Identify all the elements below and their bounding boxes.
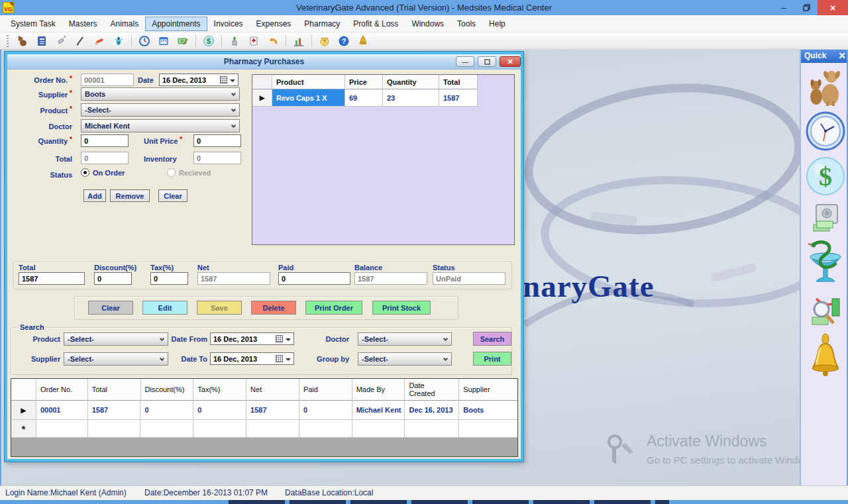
menu-appointments[interactable]: Appointments bbox=[145, 17, 207, 31]
remove-button[interactable]: Remove bbox=[110, 189, 150, 202]
order-no-field[interactable] bbox=[81, 74, 134, 86]
discount-field[interactable] bbox=[94, 272, 132, 285]
empty-cell[interactable] bbox=[246, 420, 299, 438]
supplier-dropdown[interactable]: Boots bbox=[81, 87, 240, 101]
unit-price-field[interactable] bbox=[193, 134, 241, 147]
menu-expenses[interactable]: Expenses bbox=[250, 17, 298, 31]
money-check-icon[interactable] bbox=[176, 34, 189, 48]
empty-cell[interactable] bbox=[36, 420, 88, 438]
column-header-total[interactable]: Total bbox=[88, 379, 141, 401]
paid-field[interactable] bbox=[278, 272, 350, 285]
empty-cell[interactable] bbox=[140, 420, 193, 438]
empty-cell[interactable] bbox=[352, 420, 405, 438]
menu-windows[interactable]: Windows bbox=[405, 17, 450, 31]
cell-total[interactable]: 1587 bbox=[439, 89, 478, 107]
orders-grid-new-row[interactable]: * bbox=[11, 420, 517, 438]
column-header-made-by[interactable]: Made By bbox=[352, 379, 405, 401]
dogs-photo-icon[interactable] bbox=[804, 67, 847, 107]
on-order-radio[interactable]: On Order bbox=[81, 168, 125, 177]
empty-cell[interactable] bbox=[299, 420, 352, 438]
help-icon[interactable]: ? bbox=[337, 34, 350, 48]
print-stock-button[interactable]: Print Stock bbox=[372, 301, 431, 315]
cell-supplier[interactable]: Boots bbox=[459, 401, 517, 420]
column-header-net[interactable]: Net bbox=[246, 379, 299, 401]
pen-icon[interactable] bbox=[74, 34, 87, 48]
items-grid-row[interactable]: ▶ Revo Caps 1 X 69 23 1587 bbox=[252, 89, 514, 107]
address-book-icon[interactable] bbox=[35, 34, 48, 48]
undo-arrow-icon[interactable] bbox=[266, 34, 280, 48]
date-to-field[interactable]: 16 Dec, 2013 bbox=[210, 352, 294, 365]
search-doctor-dropdown[interactable]: -Select- bbox=[358, 332, 452, 346]
clock-icon[interactable] bbox=[138, 34, 151, 48]
balance-field[interactable] bbox=[354, 272, 427, 285]
marker-icon[interactable] bbox=[93, 34, 106, 48]
menu-tools[interactable]: Tools bbox=[450, 17, 482, 31]
clear-items-button[interactable]: Clear bbox=[158, 189, 187, 202]
column-header-discount[interactable]: Discount(%) bbox=[141, 379, 194, 401]
empty-cell[interactable] bbox=[405, 420, 459, 438]
clock-icon[interactable] bbox=[804, 111, 847, 152]
reminder-bell-icon[interactable] bbox=[804, 333, 847, 378]
column-header-paid[interactable]: Paid bbox=[299, 379, 352, 401]
received-radio[interactable]: Recieved bbox=[167, 168, 211, 177]
clear-button[interactable]: Clear bbox=[88, 301, 133, 315]
product-dropdown[interactable]: -Select- bbox=[81, 103, 240, 117]
cell-net[interactable]: 1587 bbox=[246, 401, 299, 420]
column-header-order-no[interactable]: Order No. bbox=[36, 379, 88, 401]
bell-icon[interactable] bbox=[356, 34, 370, 48]
column-header-quantity[interactable]: Quantity bbox=[383, 75, 439, 89]
quick-panel-close-icon[interactable]: ✕ bbox=[838, 51, 846, 60]
money-safe-icon[interactable] bbox=[804, 201, 847, 235]
close-button[interactable]: × bbox=[818, 0, 848, 15]
cell-total[interactable]: 1587 bbox=[88, 401, 141, 420]
doctor-notes-icon[interactable] bbox=[247, 34, 260, 48]
plant-icon[interactable] bbox=[228, 34, 241, 48]
print-order-button[interactable]: Print Order bbox=[305, 301, 362, 315]
cell-quantity[interactable]: 23 bbox=[383, 89, 439, 107]
column-header-tax[interactable]: Tax(%) bbox=[193, 379, 246, 401]
menu-pharmacy[interactable]: Pharmacy bbox=[297, 17, 346, 31]
restore-button[interactable] bbox=[795, 0, 818, 15]
row-selector-cell[interactable]: ▶ bbox=[11, 401, 36, 420]
group-by-dropdown[interactable]: -Select- bbox=[358, 352, 452, 366]
column-header-total[interactable]: Total bbox=[439, 75, 478, 89]
search-product-dropdown[interactable]: -Select- bbox=[64, 332, 168, 346]
menu-profit-loss[interactable]: Profit & Loss bbox=[346, 17, 405, 31]
cell-discount[interactable]: 0 bbox=[140, 401, 193, 420]
cell-paid[interactable]: 0 bbox=[299, 401, 352, 420]
tax-field[interactable] bbox=[150, 272, 188, 285]
menu-animals[interactable]: Animals bbox=[104, 17, 146, 31]
minimize-button[interactable]: – bbox=[772, 0, 795, 15]
date-field[interactable]: 16 Dec, 2013 bbox=[159, 74, 238, 86]
empty-cell[interactable] bbox=[459, 420, 517, 438]
print-button[interactable]: Print bbox=[473, 352, 511, 366]
alarm-icon[interactable] bbox=[318, 34, 331, 48]
inventory-field[interactable] bbox=[193, 152, 241, 164]
empty-cell[interactable] bbox=[193, 420, 246, 438]
line-total-field[interactable] bbox=[81, 152, 129, 164]
cell-made-by[interactable]: Michael Kent bbox=[352, 401, 405, 420]
dialog-minimize-button[interactable]: — bbox=[456, 56, 474, 67]
quantity-field[interactable] bbox=[81, 134, 129, 147]
totals-total-field[interactable] bbox=[19, 272, 85, 285]
add-button[interactable]: Add bbox=[83, 189, 106, 202]
column-header-date-created[interactable]: Date Created bbox=[405, 379, 459, 401]
dog-icon[interactable] bbox=[16, 34, 29, 48]
payment-status-field[interactable] bbox=[433, 272, 505, 285]
row-selector-cell[interactable]: ▶ bbox=[252, 89, 272, 107]
insect-icon[interactable] bbox=[112, 34, 125, 48]
menu-system-task[interactable]: System Task bbox=[4, 17, 62, 31]
save-button[interactable]: Save bbox=[197, 301, 242, 315]
syringe-icon[interactable] bbox=[54, 34, 68, 48]
dollar-bubble-icon[interactable]: $ bbox=[804, 156, 847, 197]
search-supplier-dropdown[interactable]: -Select- bbox=[64, 352, 168, 366]
net-field[interactable] bbox=[197, 272, 270, 285]
dialog-maximize-button[interactable] bbox=[478, 56, 496, 67]
column-header-supplier[interactable]: Supplier bbox=[459, 379, 517, 401]
delete-button[interactable]: Delete bbox=[251, 301, 296, 315]
column-header-product[interactable]: Product bbox=[272, 75, 345, 89]
date-from-field[interactable]: 16 Dec, 2013 bbox=[210, 332, 294, 345]
chart-icon[interactable] bbox=[292, 34, 305, 48]
menu-invoices[interactable]: Invoices bbox=[207, 17, 250, 31]
doctor-dropdown[interactable]: Michael Kent bbox=[81, 119, 240, 132]
